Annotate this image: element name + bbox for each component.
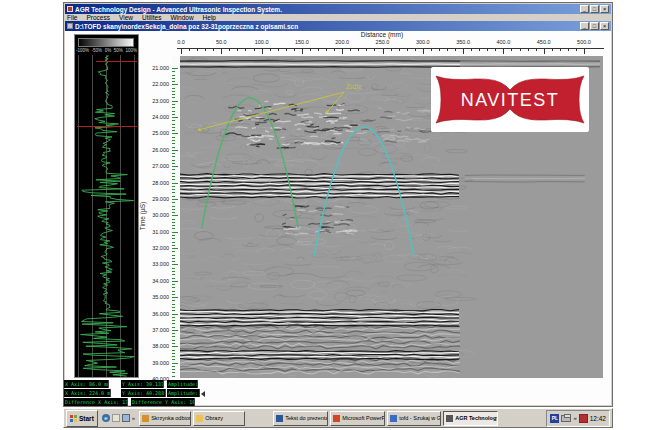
menu-file[interactable]: File (67, 14, 77, 21)
close-button[interactable]: × (600, 5, 609, 13)
quick-launch: e » (100, 414, 137, 422)
y-axis-tick-label: 27.000 (141, 163, 169, 169)
task-button-6[interactable]: AGR Technology Desi... (443, 411, 498, 426)
status-row: X Axis: 224.0 mmY Axis: 40.288 mmAmplitu… (64, 389, 612, 397)
browser-icon[interactable]: e (102, 414, 110, 422)
system-tray: PL « 12:42 (546, 410, 610, 427)
doc-close-button[interactable]: × (600, 22, 609, 30)
quick-launch-overflow-chevron[interactable]: » (132, 415, 135, 421)
task-button-icon (196, 415, 203, 422)
x-axis-tick-label: 200.0 (330, 39, 354, 45)
tray-app-icon[interactable] (579, 414, 588, 423)
maximize-button[interactable]: □ (590, 5, 599, 13)
y-axis-tick-label: 25.000 (141, 130, 169, 136)
status-x-axis-1: X Axis: 86.0 mm (64, 380, 109, 388)
task-button-icon (276, 415, 283, 422)
y-axis-tick-label: 37.000 (141, 327, 169, 333)
y-axis-tick-label: 38.000 (141, 343, 169, 349)
x-axis-tick-label: 500.0 (572, 39, 596, 45)
task-buttons: Skrzynka odbiorcza - Out...ObrazyTekst d… (139, 411, 498, 426)
y-axis-tick-label: 34.000 (141, 278, 169, 284)
ascan-scale-label: -50% (92, 48, 103, 53)
y-axis-tick-label: 30.000 (141, 212, 169, 218)
task-button-4[interactable]: Microsoft PowerPoint - [... (330, 411, 385, 426)
status-row: X Axis: 86.0 mmY Axis: 30.137 mmAmplitud… (64, 380, 612, 388)
mail-icon[interactable] (112, 414, 120, 422)
task-button-icon (446, 415, 453, 422)
start-button[interactable]: Start (66, 410, 98, 427)
y-axis-tick-label: 24.000 (141, 114, 169, 120)
start-button-label: Start (79, 415, 94, 422)
task-button-label: Skrzynka odbiorcza - Out... (151, 415, 191, 421)
y-axis-tick-label: 36.000 (141, 311, 169, 317)
x-axis-tick-label: 250.0 (371, 39, 395, 45)
status-diff-x-axis: Difference X Axis: 138.0 mm (64, 398, 128, 406)
status-amplitude-2: Amplitude: 19 % (167, 389, 200, 397)
navitest-logo: NAVITEST (431, 67, 589, 132)
ascan-scale-label: -100% (76, 48, 89, 53)
task-button-5[interactable]: tofd - Szukaj w Google - ... (387, 411, 441, 426)
y-axis-tick-label: 28.000 (141, 180, 169, 186)
tray-clock: 12:42 (590, 415, 606, 422)
task-button-label: Obrazy (205, 415, 223, 421)
app-icon (67, 6, 73, 12)
x-axis-tick-label: 300.0 (411, 39, 435, 45)
x-axis-tick-label: 0.0 (169, 39, 193, 45)
x-axis-ruler (177, 48, 604, 56)
document-title: D:\TOFD skany\nordexSekcja_dolna poz 32-… (75, 22, 578, 31)
desktop: AGR Technology Design - Advanced Ultraso… (0, 0, 650, 430)
doc-minimize-button[interactable]: _ (580, 22, 589, 30)
y-axis-tick-label: 33.000 (141, 261, 169, 267)
task-button-label: Tekst do prezentacji.doc... (285, 415, 328, 421)
status-y-axis-2: Y Axis: 40.288 mm (121, 389, 166, 397)
task-button-label: AGR Technology Desi... (455, 415, 498, 421)
y-axis-tick-label: 26.000 (141, 147, 169, 153)
doc-restore-button[interactable]: □ (590, 22, 599, 30)
status-row: Difference X Axis: 138.0 mmDifference Y … (64, 398, 612, 406)
y-axis-tick-label: 29.000 (141, 196, 169, 202)
task-button-icon (390, 415, 397, 422)
tray-chevron[interactable]: « (573, 415, 576, 421)
document-icon (67, 23, 73, 29)
y-axis-tick-label: 35.000 (141, 294, 169, 300)
navitest-logo-text: NAVITEST (461, 90, 560, 110)
menu-process[interactable]: Process (86, 14, 109, 21)
ascan-gradient-scale (78, 38, 134, 47)
tray-language-indicator[interactable]: PL (550, 414, 559, 423)
app-title: AGR Technology Design - Advanced Ultraso… (75, 5, 578, 14)
menu-view[interactable]: View (119, 14, 133, 21)
y-axis-tick-label: 32.000 (141, 245, 169, 251)
x-axis-tick-label: 450.0 (532, 39, 556, 45)
status-diff-y-axis: Difference Y Axis: 10.151 mm (131, 398, 195, 406)
taskbar: Start e » Skrzynka odbiorcza - Out...Obr… (63, 408, 613, 428)
x-axis-title: Distance (mm) (319, 31, 445, 38)
ascan-scale-label: 50% (114, 48, 123, 53)
navitest-logo-shape: NAVITEST (435, 71, 585, 128)
task-button-label: tofd - Szukaj w Google - ... (399, 415, 441, 421)
status-scroll-left-button[interactable] (201, 391, 205, 397)
task-button-2[interactable]: Obrazy (193, 411, 245, 426)
x-axis-tick-label: 350.0 (451, 39, 475, 45)
x-axis-tick-label: 100.0 (250, 39, 274, 45)
task-button-1[interactable]: Skrzynka odbiorcza - Out... (139, 411, 191, 426)
task-button-3[interactable]: Tekst do prezentacji.doc... (273, 411, 328, 426)
y-axis-ruler (172, 56, 180, 378)
menu-utilites[interactable]: Utilites (142, 14, 162, 21)
y-axis-tick-label: 21.000 (141, 65, 169, 71)
ascan-scale-label: 0% (105, 48, 112, 53)
menu-bar: FileProcessViewUtilitesWindowHelp (67, 14, 216, 21)
show-desktop-icon[interactable] (122, 414, 130, 422)
minimize-button[interactable]: _ (580, 5, 589, 13)
windows-flag-icon (70, 415, 77, 422)
ascan-canvas[interactable] (76, 55, 137, 377)
task-button-icon (142, 415, 149, 422)
tray-printer-icon[interactable] (561, 415, 571, 422)
document-title-bar: D:\TOFD skany\nordexSekcja_dolna poz 32-… (65, 21, 611, 31)
y-axis-tick-label: 31.000 (141, 229, 169, 235)
task-button-icon (333, 415, 340, 422)
menu-window[interactable]: Window (170, 14, 193, 21)
app-window: AGR Technology Design - Advanced Ultraso… (63, 2, 613, 407)
app-title-bar: AGR Technology Design - Advanced Ultraso… (65, 4, 611, 14)
menu-help[interactable]: Help (203, 14, 216, 21)
task-button-label: Microsoft PowerPoint - [... (342, 415, 385, 421)
